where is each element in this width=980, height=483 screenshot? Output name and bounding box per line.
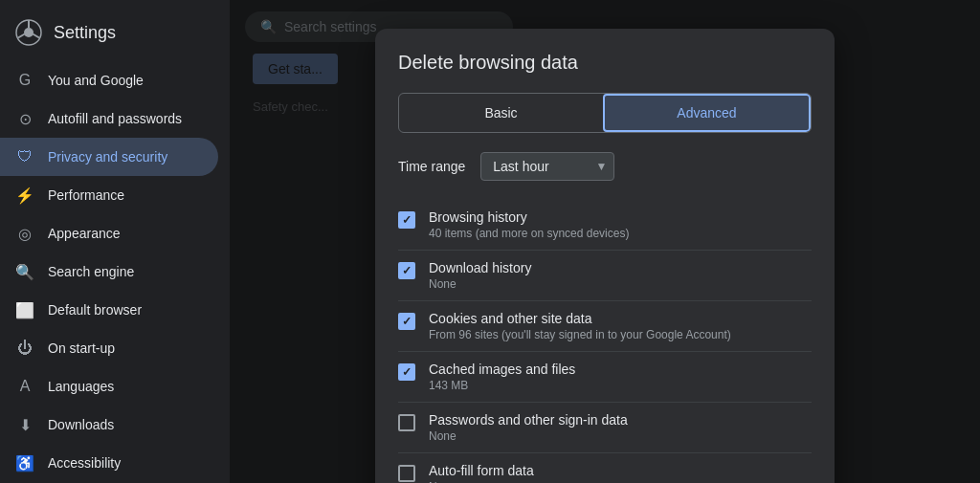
- checkbox-item-passwords: Passwords and other sign-in data None: [398, 402, 812, 452]
- svg-line-4: [18, 34, 25, 38]
- checkbox-item-autofill: Auto-fill form data None: [398, 452, 812, 483]
- sidebar-label-privacy: Privacy and security: [48, 149, 167, 165]
- sidebar-item-autofill[interactable]: ⊙ Autofill and passwords: [0, 99, 218, 138]
- sidebar-label-on-startup: On start-up: [48, 340, 115, 356]
- shield-icon: 🛡: [15, 147, 34, 166]
- sidebar-item-appearance[interactable]: ◎ Appearance: [0, 214, 218, 252]
- checkbox-label-passwords: Passwords and other sign-in data: [429, 412, 628, 428]
- sidebar-label-downloads: Downloads: [48, 417, 114, 432]
- tab-advanced[interactable]: Advanced: [603, 94, 811, 132]
- dialog-overlay: Delete browsing data Basic Advanced Time…: [230, 0, 980, 483]
- checkbox-passwords[interactable]: [398, 414, 415, 431]
- delete-browsing-data-dialog: Delete browsing data Basic Advanced Time…: [375, 29, 835, 483]
- checkbox-sublabel-download-history: None: [429, 277, 531, 291]
- default-browser-icon: ⬜: [15, 300, 34, 319]
- dialog-tabs: Basic Advanced: [398, 93, 812, 133]
- svg-point-1: [24, 28, 33, 37]
- checkbox-sublabel-cookies: From 96 sites (you'll stay signed in to …: [429, 328, 731, 341]
- checkbox-label-autofill: Auto-fill form data: [429, 463, 534, 478]
- checkbox-item-browsing-history: Browsing history 40 items (and more on s…: [398, 200, 812, 250]
- checkbox-list: Browsing history 40 items (and more on s…: [398, 200, 812, 483]
- checkbox-item-cached-images: Cached images and files 143 MB: [398, 351, 812, 402]
- sidebar-label-search-engine: Search engine: [48, 264, 134, 279]
- checkbox-download-history[interactable]: [398, 262, 415, 279]
- performance-icon: ⚡: [15, 186, 34, 205]
- sidebar-label-languages: Languages: [48, 379, 114, 394]
- sidebar-item-default-browser[interactable]: ⬜ Default browser: [0, 291, 218, 329]
- sidebar-item-on-startup[interactable]: ⏻ On start-up: [0, 329, 218, 367]
- chrome-logo-icon: [15, 19, 42, 46]
- app-title: Settings: [54, 23, 116, 43]
- time-range-select[interactable]: Last hour Last 24 hours Last 7 days Last…: [480, 152, 614, 181]
- checkbox-label-cached-images: Cached images and files: [429, 362, 575, 377]
- accessibility-icon: ♿: [15, 453, 34, 472]
- sidebar-label-performance: Performance: [48, 187, 124, 203]
- sidebar-item-accessibility[interactable]: ♿ Accessibility: [0, 444, 218, 482]
- sidebar-item-languages[interactable]: A Languages: [0, 367, 218, 406]
- sidebar-label-you-and-google: You and Google: [48, 73, 144, 88]
- appearance-icon: ◎: [15, 224, 34, 243]
- startup-icon: ⏻: [15, 339, 34, 358]
- sidebar-item-search-engine[interactable]: 🔍 Search engine: [0, 252, 218, 291]
- svg-line-3: [33, 34, 39, 38]
- languages-icon: A: [15, 377, 34, 396]
- checkbox-label-browsing-history: Browsing history: [429, 209, 629, 225]
- checkbox-sublabel-cached-images: 143 MB: [429, 379, 575, 392]
- search-engine-icon: 🔍: [15, 262, 34, 281]
- downloads-icon: ⬇: [15, 415, 34, 434]
- checkbox-text-browsing-history: Browsing history 40 items (and more on s…: [429, 209, 629, 240]
- checkbox-item-cookies: Cookies and other site data From 96 site…: [398, 300, 812, 351]
- sidebar-header: Settings: [0, 8, 230, 61]
- checkbox-text-cookies: Cookies and other site data From 96 site…: [429, 311, 731, 341]
- sidebar-item-downloads[interactable]: ⬇ Downloads: [0, 406, 218, 444]
- checkbox-sublabel-browsing-history: 40 items (and more on synced devices): [429, 227, 629, 240]
- checkbox-autofill[interactable]: [398, 465, 415, 482]
- time-range-select-wrapper[interactable]: Last hour Last 24 hours Last 7 days Last…: [480, 152, 614, 181]
- dialog-title: Delete browsing data: [398, 52, 812, 74]
- sidebar-item-you-and-google[interactable]: G You and Google: [0, 61, 218, 99]
- sidebar-label-autofill: Autofill and passwords: [48, 111, 182, 126]
- sidebar-item-performance[interactable]: ⚡ Performance: [0, 176, 218, 214]
- checkbox-text-cached-images: Cached images and files 143 MB: [429, 362, 575, 392]
- checkbox-item-download-history: Download history None: [398, 250, 812, 300]
- checkbox-label-download-history: Download history: [429, 260, 531, 275]
- time-range-label: Time range: [398, 159, 465, 174]
- sidebar-label-appearance: Appearance: [48, 226, 121, 241]
- checkbox-sublabel-passwords: None: [429, 429, 628, 443]
- tab-basic[interactable]: Basic: [399, 94, 603, 132]
- sidebar-label-accessibility: Accessibility: [48, 455, 121, 471]
- time-range-row: Time range Last hour Last 24 hours Last …: [398, 152, 812, 181]
- checkbox-cached-images[interactable]: [398, 363, 415, 381]
- sidebar: Settings G You and Google ⊙ Autofill and…: [0, 0, 230, 483]
- checkbox-text-autofill: Auto-fill form data None: [429, 463, 534, 483]
- autofill-icon: ⊙: [15, 109, 34, 128]
- checkbox-cookies[interactable]: [398, 313, 415, 330]
- checkbox-text-passwords: Passwords and other sign-in data None: [429, 412, 628, 443]
- sidebar-label-default-browser: Default browser: [48, 302, 142, 318]
- checkbox-browsing-history[interactable]: [398, 211, 415, 229]
- main-content: 🔍 Search settings Get sta... Safety chec…: [230, 0, 980, 483]
- checkbox-label-cookies: Cookies and other site data: [429, 311, 731, 326]
- google-icon: G: [15, 71, 34, 90]
- checkbox-text-download-history: Download history None: [429, 260, 531, 291]
- sidebar-item-privacy[interactable]: 🛡 Privacy and security: [0, 138, 218, 176]
